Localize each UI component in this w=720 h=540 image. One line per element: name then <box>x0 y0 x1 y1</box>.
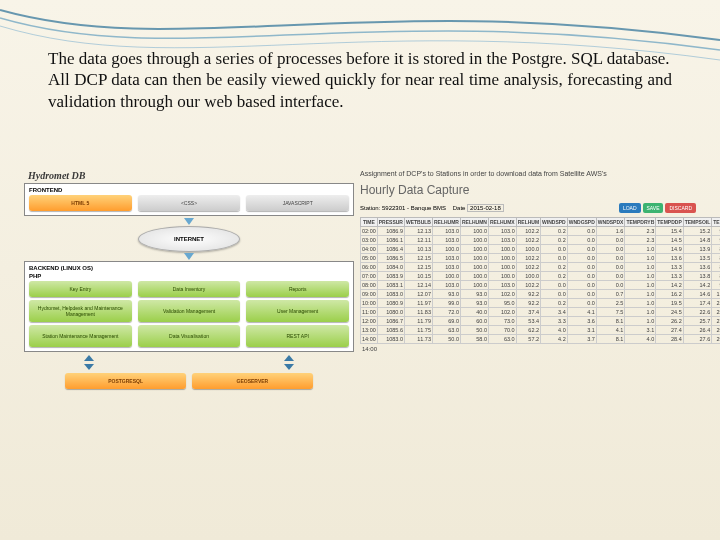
table-cell: 103.0 <box>488 227 516 236</box>
column-header: TIME <box>361 218 378 227</box>
backend-panel: BACKEND (LINUX OS) PHP Key Entry Data In… <box>24 261 354 352</box>
table-cell: 14.2 <box>683 281 712 290</box>
table-cell: 100.0 <box>432 245 460 254</box>
table-cell: 26.2 <box>656 317 683 326</box>
table-cell: 12:00 <box>361 317 378 326</box>
backend-chip: Data Inventory <box>138 281 241 297</box>
discard-button[interactable]: DISCARD <box>665 203 696 213</box>
table-cell: 0.2 <box>541 299 568 308</box>
table-cell: 1.0 <box>625 272 656 281</box>
table-cell: 02:00 <box>361 227 378 236</box>
table-cell: 13.9 <box>683 245 712 254</box>
table-cell: 70.0 <box>488 326 516 335</box>
column-header: RELHUMX <box>488 218 516 227</box>
bidir-arrow-icon <box>284 355 294 370</box>
frontend-chip-js: JAVASCRIPT <box>246 195 349 211</box>
table-row: 14:001083.011.7350.058.063.057.24.23.78.… <box>361 335 721 344</box>
table-cell: 0.0 <box>541 245 568 254</box>
column-header: RELHUMN <box>460 218 488 227</box>
table-cell: 1083.1 <box>377 281 404 290</box>
table-cell: 27.9 <box>712 317 720 326</box>
table-cell: 8.1 <box>596 317 625 326</box>
table-cell: 16.2 <box>656 290 683 299</box>
table-cell: 19.5 <box>656 299 683 308</box>
station-label: Station: 5922301 - Banque BMS <box>360 205 446 211</box>
table-cell: 0.0 <box>596 245 625 254</box>
backend-chip: Hydromet, Helpdesk and Maintenance Manag… <box>29 300 132 322</box>
table-cell: 100.0 <box>460 254 488 263</box>
table-cell: 8.1 <box>596 335 625 344</box>
assignment-header: Assignment of DCP's to Stations in order… <box>360 170 696 177</box>
table-cell: 8.8 <box>712 272 720 281</box>
table-cell: 99.0 <box>432 299 460 308</box>
table-cell: 1080.0 <box>377 308 404 317</box>
save-button[interactable]: SAVE <box>643 203 664 213</box>
table-cell: 73.0 <box>488 317 516 326</box>
column-header: WNDSPDX <box>596 218 625 227</box>
table-cell: 1086.4 <box>377 245 404 254</box>
backend-chip: Data Visualisation <box>138 325 241 347</box>
table-cell: 13.6 <box>683 263 712 272</box>
capture-toolbar: Station: 5922301 - Banque BMS Date 2015-… <box>360 203 696 213</box>
table-cell: 1.0 <box>625 281 656 290</box>
slide-body-text: The data goes through a series of proces… <box>48 48 672 112</box>
backend-chip: REST API <box>246 325 349 347</box>
table-cell: 0.0 <box>567 236 596 245</box>
table-cell: 1.0 <box>625 254 656 263</box>
table-cell: 11.83 <box>404 308 432 317</box>
table-cell: 17.4 <box>683 299 712 308</box>
table-cell: 0.0 <box>567 245 596 254</box>
table-row: 11:001080.011.8372.040.0102.037.43.44.17… <box>361 308 721 317</box>
table-cell: 40.0 <box>460 308 488 317</box>
diagram-title: Hydromet DB <box>24 170 354 181</box>
table-cell: 22.6 <box>683 308 712 317</box>
column-header: TEMPDDP <box>656 218 683 227</box>
backend-chip: Reports <box>246 281 349 297</box>
table-cell: 63.0 <box>488 335 516 344</box>
table-cell: 1.0 <box>625 299 656 308</box>
table-cell: 1.0 <box>625 290 656 299</box>
db-chip-postgres: POSTGRESQL <box>65 373 186 389</box>
table-cell: 0.0 <box>567 263 596 272</box>
table-cell: 4.0 <box>625 335 656 344</box>
table-cell: 93.0 <box>460 299 488 308</box>
table-cell: 92.2 <box>516 299 540 308</box>
table-cell: 1085.6 <box>377 326 404 335</box>
table-cell: 12.07 <box>404 290 432 299</box>
load-button[interactable]: LOAD <box>619 203 641 213</box>
table-cell: 15.2 <box>683 227 712 236</box>
table-cell: 0.2 <box>541 236 568 245</box>
table-cell: 0.0 <box>596 263 625 272</box>
table-cell: 72.0 <box>432 308 460 317</box>
table-cell: 3.1 <box>625 326 656 335</box>
table-cell: 2.5 <box>596 299 625 308</box>
table-cell: 103.0 <box>432 227 460 236</box>
table-cell: 29.2 <box>712 335 720 344</box>
frontend-chip-css: <CSS> <box>138 195 241 211</box>
date-label: Date <box>453 205 466 211</box>
table-cell: 24.5 <box>656 308 683 317</box>
capture-title: Hourly Data Capture <box>360 183 696 197</box>
table-cell: 100.0 <box>460 263 488 272</box>
table-cell: 29.7 <box>712 326 720 335</box>
table-cell: 2.3 <box>625 227 656 236</box>
table-cell: 13.3 <box>656 263 683 272</box>
table-cell: 37.4 <box>516 308 540 317</box>
table-cell: 14.2 <box>656 281 683 290</box>
table-cell: 0.0 <box>596 281 625 290</box>
table-cell: 1.0 <box>625 308 656 317</box>
table-cell: 102.2 <box>516 254 540 263</box>
table-cell: 0.0 <box>596 236 625 245</box>
db-chip-geoserver: GEOSERVER <box>192 373 313 389</box>
table-cell: 4.1 <box>596 326 625 335</box>
table-cell: 0.0 <box>541 290 568 299</box>
internet-cloud: INTERNET <box>138 226 240 252</box>
table-cell: 62.2 <box>516 326 540 335</box>
table-cell: 100.0 <box>488 245 516 254</box>
table-cell: 4.0 <box>541 326 568 335</box>
table-cell: 100.0 <box>460 272 488 281</box>
table-cell: 8.5 <box>712 254 720 263</box>
column-header: TEMPSOIL <box>683 218 712 227</box>
table-cell: 102.2 <box>516 227 540 236</box>
table-cell: 0.0 <box>567 227 596 236</box>
